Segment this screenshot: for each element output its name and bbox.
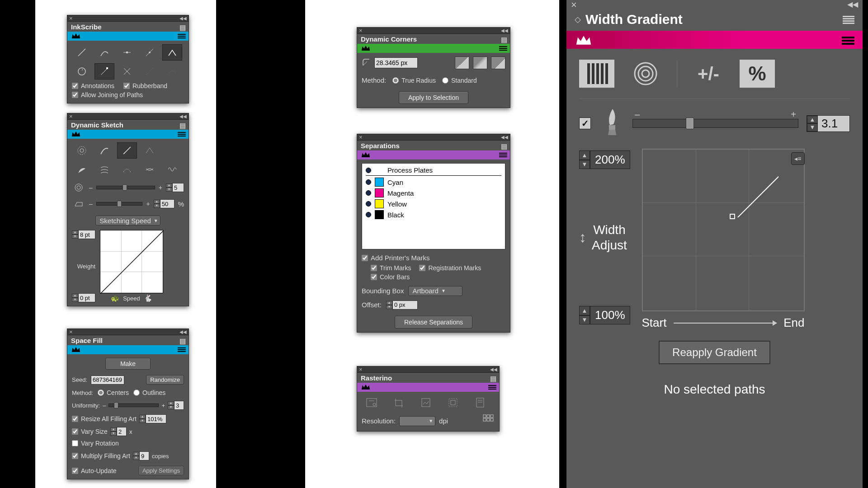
method-outlines-radio[interactable]: Outlines (133, 389, 165, 396)
curve-tool-icon[interactable] (94, 44, 114, 61)
panel-title-bar[interactable]: Rasterino▤ (357, 373, 499, 383)
true-radius-radio[interactable]: True Radius (392, 77, 436, 84)
node-edit-icon[interactable] (94, 63, 114, 80)
corner-tool-icon[interactable] (162, 44, 182, 61)
plate-radio[interactable] (366, 168, 371, 173)
vary-rotation-checkbox[interactable]: Vary Rotation (72, 440, 119, 447)
brand-menu-icon[interactable] (499, 151, 507, 159)
plate-radio[interactable] (366, 212, 371, 217)
panel-title-bar[interactable]: InkScribe▤ (67, 22, 189, 32)
swap-stroke-icon[interactable] (140, 161, 160, 178)
weight-speed-graph[interactable] (100, 230, 163, 293)
collapse-arrows-icon[interactable]: ◀◀ (490, 367, 497, 372)
pen-line-tool-icon[interactable] (117, 142, 137, 159)
collapse-arrows-icon[interactable]: ◀◀ (179, 16, 187, 21)
value-b-input[interactable]: ▲▼ (154, 199, 175, 208)
close-icon[interactable]: × (359, 366, 363, 373)
radial-mode-icon[interactable] (628, 60, 663, 88)
offset-input[interactable]: ▲▼ (386, 300, 418, 310)
cross-tool-icon[interactable] (117, 63, 137, 80)
panel-collapse[interactable]: ×◀◀ (357, 366, 499, 373)
vary-size-input[interactable]: ▲▼ (110, 427, 127, 436)
smooth-tool-icon[interactable] (162, 63, 182, 80)
multi-stroke-icon[interactable] (94, 161, 114, 178)
brush-size-input[interactable]: ▲▼ (807, 115, 850, 132)
panel-collapse[interactable]: ×◀◀ (67, 113, 189, 120)
resize-checkbox[interactable]: Resize All Filling Art (72, 415, 137, 422)
quill-tool-icon[interactable] (94, 142, 114, 159)
panel-menu-icon[interactable]: ▤ (179, 122, 186, 130)
mode-select[interactable]: Sketching Speed▼ (95, 216, 160, 225)
radius-input[interactable] (374, 57, 418, 68)
value-a-input[interactable]: ▲▼ (166, 183, 184, 192)
brush-enable-checkbox[interactable]: ✓ (579, 117, 591, 129)
release-button[interactable]: Release Separations (395, 316, 472, 328)
make-button[interactable]: Make (105, 358, 151, 370)
plate-radio[interactable] (366, 179, 371, 185)
corner-style-3[interactable] (491, 56, 505, 69)
panel-menu-icon[interactable]: ▤ (179, 23, 186, 32)
iron-icon[interactable] (72, 197, 85, 210)
collapse-arrows-icon[interactable]: ◀◀ (847, 0, 858, 9)
slider-b[interactable] (96, 202, 143, 206)
plate-row[interactable]: Magenta (366, 188, 501, 197)
brush-size-slider[interactable]: –+ (632, 119, 798, 128)
slider-a[interactable] (96, 186, 155, 189)
panel-title-bar[interactable]: Dynamic Corners▤ (357, 34, 510, 44)
panel-title-bar[interactable]: Dynamic Sketch▤ (67, 120, 189, 130)
curve-handle[interactable] (730, 214, 735, 219)
redo-circle-icon[interactable] (72, 63, 92, 80)
line-tool-icon[interactable] (72, 44, 92, 61)
grid-preset-icon[interactable] (483, 414, 495, 427)
panel-collapse[interactable]: ×◀◀ (357, 134, 510, 141)
annotations-checkbox[interactable]: Annotations (72, 82, 114, 89)
panel-title-bar[interactable]: ◇ Width Gradient (566, 8, 863, 31)
resize-input[interactable]: ▲▼ (139, 414, 166, 423)
auto-update-checkbox[interactable]: Auto-Update (72, 467, 117, 474)
collapse-arrows-icon[interactable]: ◀◀ (179, 329, 187, 334)
multiply-input[interactable]: ▲▼ (133, 451, 149, 460)
panel-title-bar[interactable]: Separations▤ (357, 141, 510, 150)
panel-collapse[interactable]: ×◀◀ (566, 0, 863, 8)
corner-style-2[interactable] (473, 56, 487, 69)
plate-radio[interactable] (366, 201, 371, 206)
panel-menu-icon[interactable]: ▤ (490, 375, 496, 383)
panel-menu-icon[interactable] (843, 14, 854, 23)
pt-top-input[interactable]: ▲▼ (72, 230, 95, 239)
wave-stroke-icon[interactable] (162, 161, 182, 178)
linear-mode-icon[interactable] (579, 60, 614, 88)
panel-collapse[interactable]: ×◀◀ (67, 15, 189, 22)
collapse-arrows-icon[interactable]: ◀◀ (501, 135, 508, 140)
resolution-select[interactable]: ▼ (399, 416, 435, 426)
panel-collapse[interactable]: ×◀◀ (357, 28, 510, 34)
percent-mode-icon[interactable]: % (740, 60, 775, 88)
plates-list[interactable]: Process Plates Cyan Magenta Yellow Black (362, 163, 505, 249)
spiral-icon[interactable] (72, 181, 85, 194)
brush-fill-icon[interactable] (72, 161, 92, 178)
apply-selection-button[interactable]: Apply to Selection (399, 91, 468, 104)
bbox-select[interactable]: Artboard▼ (408, 286, 462, 296)
panel-menu-icon[interactable]: ▤ (501, 36, 507, 44)
anchor-mid-icon[interactable] (117, 44, 137, 61)
embed-image-icon[interactable] (362, 395, 382, 410)
collapse-arrows-icon[interactable]: ◀◀ (179, 114, 187, 119)
gradient-curve-graph[interactable]: ◂≡ (642, 149, 805, 311)
curve-preset-icon[interactable]: ◂≡ (791, 152, 804, 165)
uniformity-slider[interactable] (108, 404, 159, 407)
plus-minus-mode-icon[interactable]: +/- (691, 60, 726, 88)
brand-menu-icon[interactable] (488, 384, 496, 391)
vary-size-checkbox[interactable]: Vary Size (72, 428, 108, 435)
trim-image-icon[interactable] (443, 395, 463, 410)
reapply-gradient-button[interactable]: Reapply Gradient (659, 341, 770, 364)
arc-dashed-icon[interactable] (117, 161, 137, 178)
close-icon[interactable]: × (69, 15, 73, 22)
panel-menu-icon[interactable]: ▤ (179, 337, 186, 345)
crop-tool-icon[interactable] (389, 395, 409, 410)
close-icon[interactable]: × (69, 328, 73, 335)
collapse-arrows-icon[interactable]: ◀◀ (501, 28, 508, 33)
reg-marks-checkbox[interactable]: Registration Marks (419, 264, 481, 272)
tangent-tool-icon[interactable] (140, 44, 160, 61)
close-icon[interactable]: × (359, 134, 363, 141)
add-marks-checkbox[interactable]: Add Printer's Marks (362, 254, 429, 262)
pct-bot-input[interactable]: ▲▼100% (579, 306, 630, 324)
